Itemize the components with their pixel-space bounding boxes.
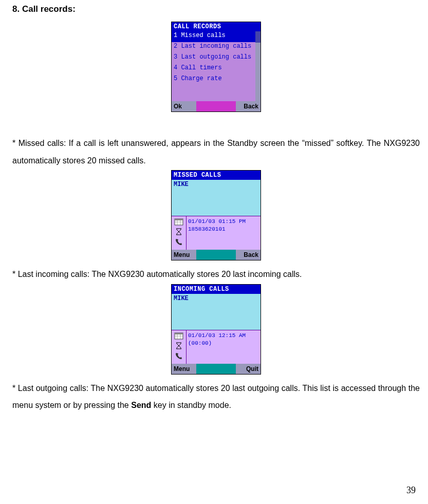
figure-call-records: CALL RECORDS 1 Missed calls 2 Last incom… — [12, 22, 420, 112]
figure-missed-calls: MISSED CALLS MIKE 01/01/03 01:15 PM 1858… — [12, 170, 420, 260]
menu-item-call-timers[interactable]: 4 Call timers — [172, 64, 260, 74]
hourglass-icon — [174, 228, 183, 236]
call-info-row: 01/01/03 01:15 PM 18583620101 — [172, 216, 260, 250]
paragraph-last-incoming: * Last incoming calls: The NXG9230 autom… — [12, 266, 420, 283]
menu-item-last-incoming[interactable]: 2 Last incoming calls — [172, 42, 260, 53]
menu-item-last-outgoing[interactable]: 3 Last outgoing calls — [172, 53, 260, 64]
phone-screen-call-records: CALL RECORDS 1 Missed calls 2 Last incom… — [171, 22, 261, 112]
para3-c: key in standby mode. — [151, 401, 231, 409]
menu-item-missed-calls[interactable]: 1 Missed calls — [172, 31, 260, 42]
paragraph-missed-calls: * Missed calls: If a call is left unansw… — [12, 135, 420, 169]
menu-item-charge-rate[interactable]: 5 Charge rate — [172, 74, 260, 85]
call-info-text: 01/01/03 12:15 AM (00:00) — [187, 330, 260, 364]
call-datetime: 01/01/03 01:15 PM — [188, 218, 259, 226]
softkey-bar: Menu Quit — [172, 364, 260, 374]
call-datetime: 01/01/03 12:15 AM — [188, 332, 259, 340]
softkey-bar: Ok Back — [172, 101, 260, 111]
phone-screen-incoming-calls: INCOMING CALLS MIKE 01/01/03 12:15 AM (0… — [171, 284, 261, 375]
phone-title: MISSED CALLS — [172, 171, 260, 180]
phone-icon — [174, 237, 183, 246]
section-heading: 8. Call records: — [12, 4, 420, 14]
call-number: 18583620101 — [188, 226, 259, 233]
scrollbar-thumb[interactable] — [255, 31, 260, 43]
softkey-back[interactable]: Back — [236, 250, 260, 260]
hourglass-icon — [174, 342, 183, 350]
phone-title: INCOMING CALLS — [172, 285, 260, 294]
caller-name: MIKE — [172, 294, 260, 330]
calendar-icon — [174, 332, 183, 340]
softkey-mid — [196, 250, 236, 260]
softkey-menu[interactable]: Menu — [172, 364, 196, 374]
scrollbar[interactable] — [255, 31, 260, 101]
svg-rect-1 — [175, 219, 183, 220]
softkey-bar: Menu Back — [172, 250, 260, 260]
softkey-ok[interactable]: Ok — [172, 101, 196, 111]
icon-column — [172, 216, 186, 250]
icon-column — [172, 330, 186, 364]
caller-name: MIKE — [172, 180, 260, 216]
menu-list: 1 Missed calls 2 Last incoming calls 3 L… — [172, 31, 260, 101]
figure-incoming-calls: INCOMING CALLS MIKE 01/01/03 12:15 AM (0… — [12, 284, 420, 375]
page-number: 39 — [406, 485, 416, 496]
phone-icon — [174, 351, 183, 360]
softkey-quit[interactable]: Quit — [236, 364, 260, 374]
phone-screen-missed-calls: MISSED CALLS MIKE 01/01/03 01:15 PM 1858… — [171, 170, 261, 260]
calendar-icon — [174, 218, 183, 226]
call-duration: (00:00) — [188, 340, 259, 347]
softkey-mid — [196, 101, 236, 111]
paragraph-last-outgoing: * Last outgoing calls: The NXG9230 autom… — [12, 380, 420, 414]
phone-title: CALL RECORDS — [172, 22, 260, 31]
softkey-menu[interactable]: Menu — [172, 250, 196, 260]
softkey-back[interactable]: Back — [236, 101, 260, 111]
send-key-label: Send — [131, 401, 151, 409]
call-info-text: 01/01/03 01:15 PM 18583620101 — [187, 216, 260, 250]
softkey-mid — [196, 364, 236, 374]
call-info-row: 01/01/03 12:15 AM (00:00) — [172, 330, 260, 364]
svg-rect-6 — [175, 333, 183, 334]
